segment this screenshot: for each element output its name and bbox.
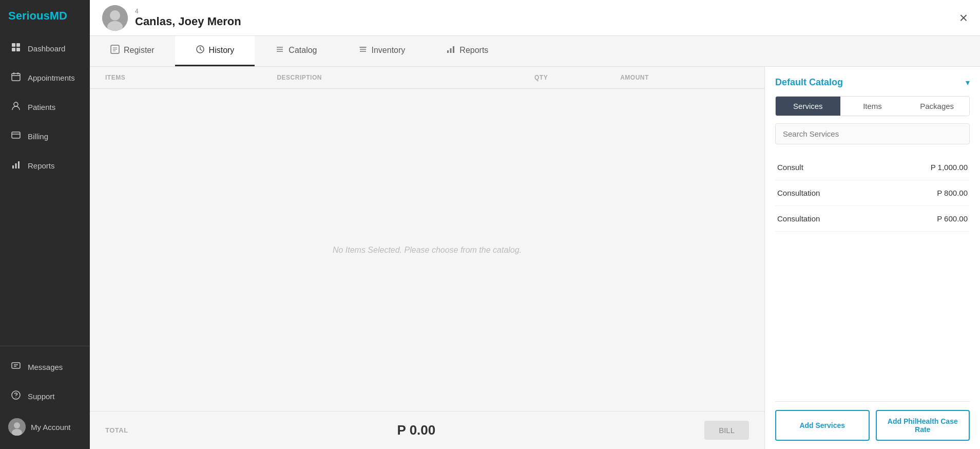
catalog-icon (275, 45, 284, 57)
sidebar-item-reports[interactable]: Reports (0, 151, 90, 180)
billing-panel: ITEMS DESCRIPTION QTY AMOUNT No Items Se… (90, 67, 764, 449)
service-name-0: Consult (777, 163, 803, 172)
close-button[interactable]: × (959, 11, 968, 25)
catalog-tab-services[interactable]: Services (776, 97, 840, 116)
messages-icon (10, 361, 22, 373)
sidebar-nav: Dashboard Appointments Patients Billing … (0, 32, 90, 346)
service-list: Consult P 1,000.00 Consultation P 800.00… (775, 155, 970, 401)
sidebar-item-messages[interactable]: Messages (0, 352, 90, 382)
table-header: ITEMS DESCRIPTION QTY AMOUNT (90, 67, 764, 89)
svg-rect-4 (12, 73, 20, 81)
avatar (8, 418, 26, 436)
svg-rect-21 (447, 50, 449, 53)
sidebar-item-reports-label: Reports (28, 161, 55, 170)
register-icon (110, 45, 120, 57)
service-name-2: Consultation (777, 214, 820, 223)
tab-bar: Register History Catalog Inventory Repor… (90, 36, 980, 67)
tab-inventory-label: Inventory (372, 46, 406, 55)
chevron-down-icon: ▾ (966, 78, 970, 87)
sidebar-item-dashboard-label: Dashboard (28, 44, 65, 53)
add-services-button[interactable]: Add Services (775, 410, 870, 441)
tab-history[interactable]: History (175, 36, 255, 66)
my-account-label: My Account (31, 423, 71, 432)
catalog-footer: Add Services Add PhilHealth Case Rate (775, 401, 970, 449)
sidebar-item-billing[interactable]: Billing (0, 122, 90, 151)
catalog-tab-items[interactable]: Items (840, 97, 905, 116)
logo-text: Serious (8, 9, 50, 22)
svg-rect-1 (16, 43, 20, 47)
tab-inventory[interactable]: Inventory (338, 36, 426, 66)
svg-rect-0 (12, 43, 15, 47)
reports-icon (10, 159, 22, 172)
svg-rect-2 (12, 48, 15, 51)
sidebar-item-patients[interactable]: Patients (0, 92, 90, 122)
svg-point-17 (110, 10, 120, 21)
search-input[interactable] (775, 123, 970, 144)
support-icon (10, 390, 22, 403)
service-item-0[interactable]: Consult P 1,000.00 (775, 155, 970, 180)
total-label: TOTAL (105, 426, 128, 434)
service-name-1: Consultation (777, 189, 820, 197)
sidebar-bottom: Messages Support My Account (0, 346, 90, 449)
bill-button[interactable]: BILL (704, 421, 749, 440)
patient-info: 4 Canlas, Joey Meron (135, 8, 241, 28)
tab-history-label: History (209, 46, 235, 55)
tab-catalog[interactable]: Catalog (255, 36, 337, 66)
catalog-tab-services-label: Services (793, 102, 823, 110)
sidebar: SeriousMD Dashboard Appointments Patient… (0, 0, 90, 449)
catalog-tabs: Services Items Packages (775, 96, 970, 116)
svg-rect-3 (16, 48, 20, 51)
tab-reports-icon (446, 45, 455, 57)
billing-icon (10, 130, 22, 143)
col-description: DESCRIPTION (277, 74, 534, 81)
sidebar-item-dashboard[interactable]: Dashboard (0, 34, 90, 63)
appointments-icon (10, 71, 22, 84)
svg-rect-10 (12, 363, 20, 368)
col-amount: AMOUNT (620, 74, 749, 81)
sidebar-item-support-label: Support (28, 392, 55, 401)
empty-message: No Items Selected. Please choose from th… (90, 89, 764, 411)
patient-name: Canlas, Joey Meron (135, 15, 241, 28)
catalog-tab-items-label: Items (863, 102, 882, 110)
logo-accent: MD (50, 9, 67, 22)
main-content: 4 Canlas, Joey Meron × Register History … (90, 0, 980, 449)
sidebar-item-appointments-label: Appointments (28, 73, 75, 82)
tab-register-label: Register (124, 46, 155, 55)
service-item-2[interactable]: Consultation P 600.00 (775, 206, 970, 232)
billing-footer: TOTAL P 0.00 BILL (90, 411, 764, 449)
svg-point-12 (15, 397, 16, 398)
sidebar-item-billing-label: Billing (28, 132, 48, 141)
inventory-icon (358, 45, 368, 57)
catalog-dropdown-label: Default Catalog (775, 77, 843, 88)
patients-icon (10, 101, 22, 114)
sidebar-item-support[interactable]: Support (0, 382, 90, 411)
catalog-tab-packages[interactable]: Packages (905, 97, 969, 116)
col-items: ITEMS (105, 74, 277, 81)
app-logo: SeriousMD (0, 0, 90, 32)
service-price-0: P 1,000.00 (931, 163, 968, 172)
total-amount: P 0.00 (397, 422, 436, 438)
patient-number: 4 (135, 8, 241, 15)
dashboard-icon (10, 42, 22, 55)
topbar: 4 Canlas, Joey Meron × (90, 0, 980, 36)
svg-rect-23 (453, 46, 454, 53)
tab-reports[interactable]: Reports (426, 36, 509, 66)
sidebar-item-my-account[interactable]: My Account (0, 411, 90, 443)
svg-rect-22 (450, 48, 452, 53)
svg-rect-6 (12, 132, 20, 138)
service-price-2: P 600.00 (937, 214, 968, 223)
add-philhealth-button[interactable]: Add PhilHealth Case Rate (876, 410, 970, 441)
content-area: ITEMS DESCRIPTION QTY AMOUNT No Items Se… (90, 67, 980, 449)
service-item-1[interactable]: Consultation P 800.00 (775, 180, 970, 206)
svg-point-5 (14, 102, 18, 106)
tab-register[interactable]: Register (90, 36, 175, 66)
catalog-panel: Default Catalog ▾ Services Items Package… (764, 67, 980, 449)
tab-catalog-label: Catalog (289, 46, 317, 55)
sidebar-item-appointments[interactable]: Appointments (0, 63, 90, 92)
catalog-dropdown[interactable]: Default Catalog ▾ (775, 77, 970, 88)
col-qty: QTY (534, 74, 620, 81)
history-icon (196, 45, 205, 57)
catalog-tab-packages-label: Packages (920, 102, 954, 110)
svg-rect-8 (15, 163, 17, 169)
service-price-1: P 800.00 (937, 189, 968, 197)
